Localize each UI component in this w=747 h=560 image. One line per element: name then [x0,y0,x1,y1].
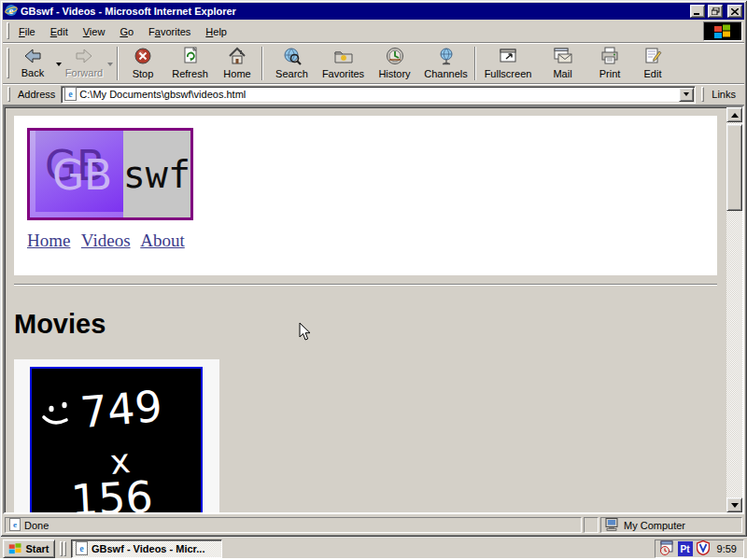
system-tray: Pt 9:59 [655,539,744,558]
language-indicator[interactable]: Pt [678,541,693,556]
scrollbar-thumb[interactable] [726,124,742,211]
scroll-down-button[interactable] [726,497,742,512]
refresh-icon [181,47,200,67]
links-grip[interactable] [701,87,704,102]
back-arrow-icon [23,48,42,66]
start-button[interactable]: Start [3,539,55,558]
address-bar-grip[interactable] [7,87,10,102]
minimize-button[interactable] [690,5,705,18]
forward-button[interactable]: Forward [63,45,106,82]
channels-satellite-icon [437,47,456,67]
arrow-up-icon [731,113,739,118]
print-label: Print [599,69,621,79]
movie-thumbnail[interactable]: 749 x 156 [30,367,203,512]
mail-button[interactable]: Mail [537,45,588,82]
throbber-windows-logo-icon [703,21,742,41]
favorites-button[interactable]: Favorites [317,45,369,82]
nav-link-videos[interactable]: Videos [81,231,131,250]
address-dropdown-button[interactable] [679,88,694,102]
toolbar-grip[interactable] [7,48,9,78]
security-zone-panel: My Computer [600,517,742,533]
nav-link-home[interactable]: Home [27,231,70,250]
search-button[interactable]: Search [266,45,317,82]
chevron-down-icon [107,63,113,66]
links-label: Links [710,89,741,100]
svg-text:e: e [9,5,14,16]
back-dropdown[interactable] [54,45,63,82]
taskbar: Start e GBswf - Videos - Micr... Pt 9:59 [0,537,747,560]
favorites-folder-icon [334,47,353,67]
forward-dropdown[interactable] [106,45,114,82]
task-scheduler-icon[interactable] [659,540,674,557]
desktop-screen: e GBswf - Videos - Microsoft Internet Ex… [0,0,747,560]
logo-swf-text: swf [123,131,190,217]
edit-button[interactable]: Edit [631,45,674,82]
smiley-face-icon [44,402,67,423]
home-button[interactable]: Home [216,45,259,82]
header-divider [14,284,717,286]
search-label: Search [275,69,308,79]
close-button[interactable] [727,5,742,18]
logo-gb-text: GB [52,155,112,196]
channels-label: Channels [424,69,467,79]
search-icon [283,47,302,67]
menu-bar: FileEditViewGoFavoritesHelp [3,20,744,43]
restore-button[interactable] [708,5,723,18]
refresh-button[interactable]: Refresh [164,45,216,82]
taskbar-task-button[interactable]: e GBswf - Videos - Micr... [71,539,222,558]
stop-label: Stop [133,69,154,79]
status-spacer-panel [584,517,599,533]
print-button[interactable]: Print [588,45,631,82]
taskbar-grip[interactable] [60,541,66,556]
site-header: GB GB swf Home Videos About [14,116,717,275]
ie-browser-window: e GBswf - Videos - Microsoft Internet Ex… [0,0,747,537]
menu-item-favorites[interactable]: Favorites [141,22,198,40]
history-clock-icon [386,47,404,67]
refresh-label: Refresh [172,69,208,79]
address-input-wrap: e [61,86,696,104]
windows-flag-icon [8,542,22,556]
menu-item-file[interactable]: File [11,22,43,40]
toolbar-separator [117,47,119,80]
home-icon [228,47,247,67]
address-bar: Address e Links [3,84,744,105]
fullscreen-button[interactable]: Fullscreen [479,45,537,82]
page-heading: Movies [14,309,717,340]
clock[interactable]: 9:59 [717,543,737,554]
address-label: Address [16,89,57,100]
menu-item-edit[interactable]: Edit [43,22,76,40]
favorites-label: Favorites [322,69,364,79]
menu-bar-grip[interactable] [7,22,9,39]
status-message: Done [24,520,49,531]
stop-icon [134,47,152,67]
fullscreen-icon [499,47,517,67]
address-input[interactable] [79,89,676,100]
antivirus-shield-icon[interactable] [697,540,710,557]
stop-button[interactable]: Stop [121,45,164,82]
vertical-scrollbar[interactable] [726,107,742,512]
status-message-panel: e Done [5,517,582,533]
arrow-down-icon [731,503,739,508]
nav-link-about[interactable]: About [140,231,185,250]
history-button[interactable]: History [369,45,420,82]
thumb-text-156: 156 [70,471,155,512]
svg-text:e: e [13,520,17,529]
toolbar-separator [261,47,263,80]
window-title: GBswf - Videos - Microsoft Internet Expl… [21,6,687,17]
menu-item-view[interactable]: View [76,22,113,40]
back-button[interactable]: Back [11,45,54,82]
chevron-down-icon [684,92,689,96]
movie-card[interactable]: 749 x 156 [14,359,219,512]
task-button-label: GBswf - Videos - Micr... [92,543,204,554]
scroll-up-button[interactable] [726,107,742,122]
channels-button[interactable]: Channels [420,45,472,82]
menu-item-go[interactable]: Go [112,22,141,40]
menu-bar-items: FileEditViewGoFavoritesHelp [11,22,234,40]
edit-pencil-icon [643,47,662,67]
site-nav: Home Videos About [27,231,704,251]
status-bar: e Done My Computer [3,514,744,534]
title-bar[interactable]: e GBswf - Videos - Microsoft Internet Ex… [3,3,744,20]
mail-label: Mail [553,69,571,79]
menu-item-help[interactable]: Help [198,22,234,40]
thumb-text-749: 749 [78,381,164,438]
